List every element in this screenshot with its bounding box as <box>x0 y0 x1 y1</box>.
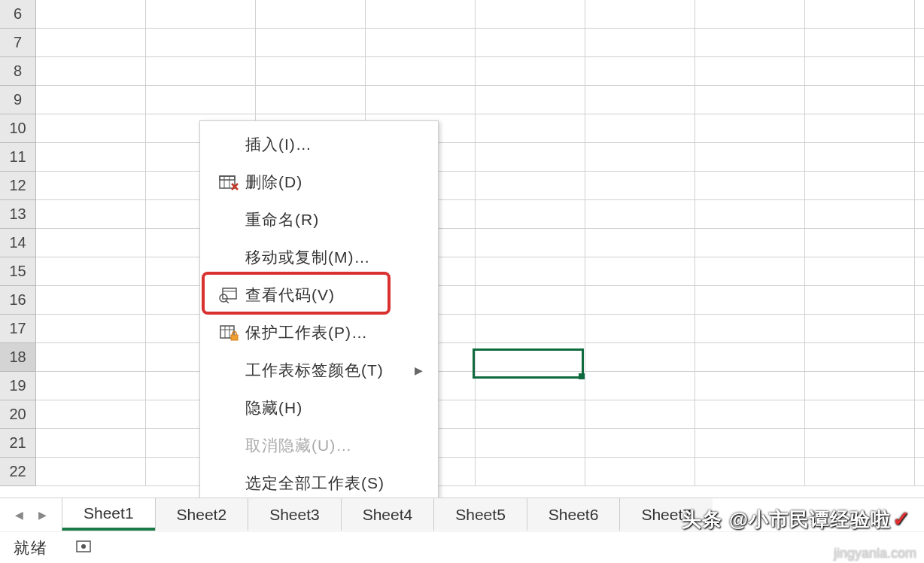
menu-label: 取消隐藏(U)… <box>245 435 426 456</box>
menu-select-all-sheets[interactable]: 选定全部工作表(S) <box>200 464 438 502</box>
row-header[interactable]: 15 <box>0 257 36 286</box>
row-header[interactable]: 20 <box>0 400 36 429</box>
check-icon: ✓ <box>892 507 910 531</box>
menu-label: 工作表标签颜色(T) <box>245 360 415 381</box>
sheet-nav-arrows: ◀ ▶ <box>0 498 62 531</box>
watermark-text: 头条 @小市民谭经验啦✓ <box>682 507 910 533</box>
menu-move-copy[interactable]: 移动或复制(M)… <box>200 239 438 276</box>
menu-hide[interactable]: 隐藏(H) <box>200 389 438 427</box>
row-header[interactable]: 8 <box>0 57 36 86</box>
svg-rect-6 <box>223 288 236 299</box>
submenu-arrow-icon: ▶ <box>415 364 423 376</box>
menu-label: 插入(I)… <box>245 134 426 155</box>
row-header[interactable]: 12 <box>0 172 36 200</box>
row-header[interactable]: 16 <box>0 286 36 315</box>
row-header[interactable]: 6 <box>0 0 36 29</box>
selected-cell[interactable] <box>473 348 584 379</box>
sheet-tab[interactable]: Sheet2 <box>155 498 248 531</box>
row-header[interactable]: 18 <box>0 343 36 372</box>
row-header[interactable]: 7 <box>0 29 36 57</box>
svg-point-16 <box>81 544 86 549</box>
row-header[interactable]: 13 <box>0 200 36 229</box>
row-header[interactable]: 19 <box>0 372 36 400</box>
row-header[interactable]: 21 <box>0 429 36 458</box>
menu-label: 选定全部工作表(S) <box>245 473 426 494</box>
row-header[interactable]: 11 <box>0 143 36 172</box>
menu-rename[interactable]: 重命名(R) <box>200 201 438 239</box>
menu-unhide: 取消隐藏(U)… <box>200 427 438 464</box>
menu-label: 隐藏(H) <box>245 397 426 418</box>
row-header[interactable]: 10 <box>0 114 36 143</box>
menu-protect-sheet[interactable]: 保护工作表(P)… <box>200 314 438 351</box>
svg-rect-14 <box>231 335 238 340</box>
menu-tab-color[interactable]: 工作表标签颜色(T) ▶ <box>200 351 438 389</box>
protect-sheet-icon <box>212 324 245 341</box>
status-bar: 就绪 <box>0 531 924 563</box>
row-header[interactable]: 17 <box>0 315 36 343</box>
sheet-nav-prev-icon[interactable]: ◀ <box>15 509 23 521</box>
svg-line-9 <box>226 300 229 303</box>
sheet-tab[interactable]: Sheet1 <box>62 498 155 531</box>
svg-rect-0 <box>220 176 235 188</box>
sheet-nav-next-icon[interactable]: ▶ <box>38 509 47 521</box>
row-header[interactable]: 9 <box>0 86 36 114</box>
sheet-context-menu: 插入(I)… 删除(D) 重命名(R) 移动或复制(M)… 查看代码(V) 保护… <box>199 120 439 507</box>
macro-record-icon[interactable] <box>75 538 93 558</box>
sheet-tab[interactable]: Sheet6 <box>527 498 620 531</box>
delete-sheet-icon <box>212 174 245 190</box>
menu-delete[interactable]: 删除(D) <box>200 163 438 201</box>
menu-label: 保护工作表(P)… <box>245 322 426 343</box>
row-header[interactable]: 14 <box>0 229 36 257</box>
row-headers: 6 7 8 9 10 11 12 13 14 15 16 17 18 19 20… <box>0 0 36 486</box>
menu-insert[interactable]: 插入(I)… <box>200 126 438 163</box>
sheet-tab[interactable]: Sheet5 <box>433 498 527 531</box>
grid-cells[interactable] <box>36 0 924 486</box>
status-text: 就绪 <box>14 537 48 558</box>
menu-label: 删除(D) <box>245 172 426 193</box>
spreadsheet-grid: 6 7 8 9 10 11 12 13 14 15 16 17 18 19 20… <box>0 0 924 498</box>
watermark-url: jingyanla.com <box>834 546 916 561</box>
menu-label: 重命名(R) <box>245 209 426 230</box>
menu-label: 移动或复制(M)… <box>245 247 426 268</box>
menu-view-code[interactable]: 查看代码(V) <box>200 276 438 314</box>
svg-rect-1 <box>220 176 235 180</box>
row-header[interactable]: 22 <box>0 458 36 486</box>
sheet-tab[interactable]: Sheet4 <box>341 498 434 531</box>
sheet-tab[interactable]: Sheet3 <box>248 498 341 531</box>
view-code-icon <box>212 287 245 303</box>
menu-label: 查看代码(V) <box>245 285 426 306</box>
